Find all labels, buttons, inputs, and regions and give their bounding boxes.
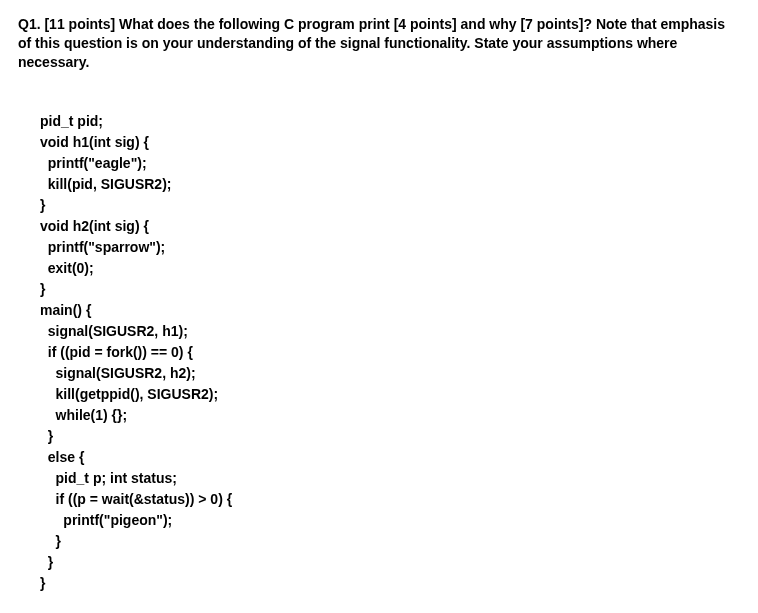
code-line: } — [40, 575, 45, 591]
code-line: } — [40, 281, 45, 297]
code-line: } — [40, 428, 53, 444]
question-header: Q1. [11 points] What does the following … — [18, 15, 740, 72]
code-line: exit(0); — [40, 260, 94, 276]
code-line: printf("sparrow"); — [40, 239, 165, 255]
code-line: signal(SIGUSR2, h2); — [40, 365, 196, 381]
code-line: else { — [40, 449, 84, 465]
code-block: pid_t pid; void h1(int sig) { printf("ea… — [40, 90, 740, 594]
code-line: pid_t pid; — [40, 113, 103, 129]
code-line: void h1(int sig) { — [40, 134, 149, 150]
code-line: main() { — [40, 302, 91, 318]
code-line: printf("eagle"); — [40, 155, 147, 171]
code-line: } — [40, 533, 61, 549]
code-line: pid_t p; int status; — [40, 470, 177, 486]
code-line: signal(SIGUSR2, h1); — [40, 323, 188, 339]
code-line: kill(getppid(), SIGUSR2); — [40, 386, 218, 402]
code-line: if ((pid = fork()) == 0) { — [40, 344, 193, 360]
code-line: } — [40, 554, 53, 570]
code-line: printf("pigeon"); — [40, 512, 172, 528]
code-line: } — [40, 197, 45, 213]
code-line: void h2(int sig) { — [40, 218, 149, 234]
code-line: kill(pid, SIGUSR2); — [40, 176, 171, 192]
code-line: if ((p = wait(&status)) > 0) { — [40, 491, 232, 507]
code-line: while(1) {}; — [40, 407, 127, 423]
